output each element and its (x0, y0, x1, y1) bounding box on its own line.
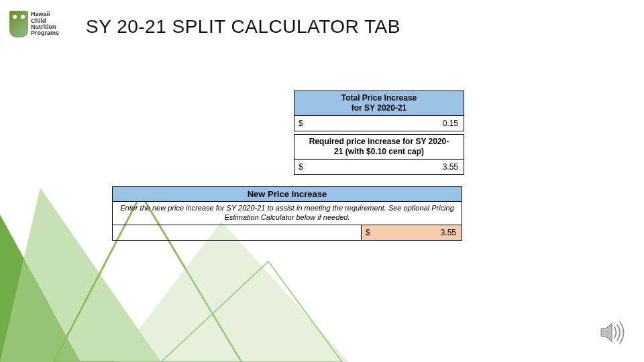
box2-value-row: $ 3.55 (294, 160, 464, 174)
box1-value-row: $ 0.15 (294, 116, 464, 131)
box1-header: Total Price Increase for SY 2020-21 (294, 91, 464, 116)
svg-marker-5 (601, 323, 612, 342)
required-price-increase-box: Required price increase for SY 2020- 21 … (294, 134, 464, 175)
svg-marker-0 (0, 215, 80, 362)
box2-header-line1: Required price increase for SY 2020- (309, 137, 449, 146)
box3-value-row: $ 3.55 (113, 225, 462, 240)
box2-value: 3.55 (313, 160, 464, 174)
box1-header-line1: Total Price Increase (341, 93, 417, 103)
box3-header: New Price Increase (113, 187, 462, 202)
box3-entry-cell[interactable]: $ 3.55 (361, 225, 462, 240)
logo-area: Hawaii Child Nutrition Programs (9, 9, 74, 39)
box1-currency: $ (294, 116, 313, 131)
logo-line4: Programs (31, 29, 59, 36)
box2-header: Required price increase for SY 2020- 21 … (294, 135, 464, 160)
logo-text: Hawaii Child Nutrition Programs (31, 11, 59, 37)
box3-spacer (113, 225, 361, 240)
total-price-increase-box: Total Price Increase for SY 2020-21 $ 0.… (294, 90, 464, 131)
slide: Hawaii Child Nutrition Programs SY 20-21… (0, 0, 644, 362)
sound-icon (597, 318, 627, 347)
svg-marker-4 (161, 261, 342, 362)
box3-value: 3.55 (379, 225, 462, 240)
box2-currency: $ (294, 160, 313, 174)
logo-emblem-icon (9, 11, 28, 38)
box1-header-line2: for SY 2020-21 (352, 103, 407, 113)
box3-instructions: Enter the new price increase for SY 2020… (113, 202, 462, 225)
box3-currency: $ (362, 225, 379, 240)
box1-value: 0.15 (313, 116, 464, 131)
box2-header-line2: 21 (with $0.10 cent cap) (334, 147, 424, 156)
page-title: SY 20-21 SPLIT CALCULATOR TAB (86, 16, 400, 38)
svg-marker-3 (114, 221, 349, 362)
new-price-increase-box: New Price Increase Enter the new price i… (112, 186, 462, 241)
